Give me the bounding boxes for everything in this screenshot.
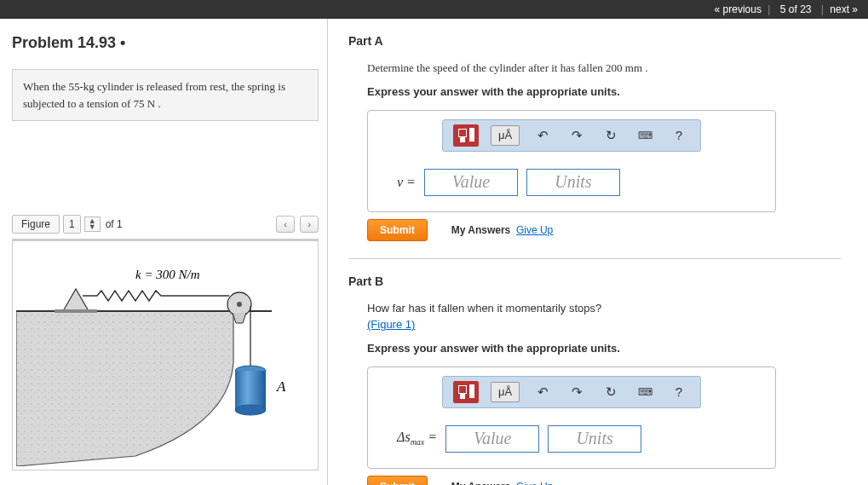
problem-statement: When the 55-kg cylinder is released from…	[12, 69, 319, 121]
next-link[interactable]: next »	[830, 3, 858, 15]
part-b-question: How far has it fallen when it momentaril…	[367, 300, 859, 333]
part-b-answer-box: μÅ ↶ ↷ ↻ ⌨ ? Δsmax = Value Units	[367, 367, 776, 469]
keyboard-button[interactable]: ⌨	[634, 382, 656, 402]
part-a-answer-box: μÅ ↶ ↷ ↻ ⌨ ? v = Value Units	[367, 110, 776, 212]
top-nav: « previous | 5 of 23 | next »	[0, 0, 868, 19]
my-answers-link[interactable]: My Answers	[451, 224, 511, 236]
answer-toolbar: μÅ ↶ ↷ ↻ ⌨ ?	[442, 119, 701, 152]
part-a-submit-button[interactable]: Submit	[367, 219, 428, 241]
special-chars-button[interactable]: μÅ	[491, 125, 520, 146]
part-a-value-input[interactable]: Value	[424, 169, 518, 196]
svg-rect-4	[55, 309, 97, 313]
undo-button[interactable]: ↶	[532, 382, 554, 402]
special-chars-button[interactable]: μÅ	[491, 382, 520, 402]
my-answers-link[interactable]: My Answers	[451, 481, 511, 486]
figure-stepper[interactable]: ▲▼	[84, 217, 101, 232]
part-b-instruct: Express your answer with the appropriate…	[367, 342, 859, 355]
part-b-units-input[interactable]: Units	[548, 425, 641, 453]
svg-rect-9	[235, 371, 266, 410]
part-b-variable: Δsmax =	[397, 430, 437, 447]
templates-button[interactable]	[453, 124, 479, 147]
page-position: 5 of 23	[777, 3, 815, 15]
give-up-link[interactable]: Give Up	[516, 481, 553, 486]
keyboard-button[interactable]: ⌨	[634, 125, 656, 146]
prev-link[interactable]: « previous	[715, 3, 762, 15]
answer-toolbar-b: μÅ ↶ ↷ ↻ ⌨ ?	[442, 376, 701, 408]
help-button[interactable]: ?	[668, 125, 690, 146]
svg-point-6	[237, 302, 242, 307]
part-a-instruct: Express your answer with the appropriate…	[367, 85, 859, 98]
fig-prev-button[interactable]: ‹	[276, 216, 295, 233]
svg-point-10	[235, 405, 266, 415]
help-button[interactable]: ?	[668, 382, 690, 402]
part-b-submit-button[interactable]: Submit	[367, 476, 428, 486]
reset-button[interactable]: ↻	[600, 382, 622, 402]
redo-button[interactable]: ↷	[566, 382, 588, 402]
part-a-variable: v =	[397, 175, 416, 190]
part-a-title: Part A	[348, 34, 859, 48]
spring-constant-label: k = 300 N/m	[135, 268, 200, 281]
redo-button[interactable]: ↷	[566, 125, 588, 146]
part-b-title: Part B	[348, 274, 859, 288]
figure-panel: k = 300 N/m A	[12, 239, 319, 471]
figure-label: Figure	[12, 215, 60, 234]
figure-link[interactable]: (Figure 1)	[367, 318, 415, 331]
part-a-question: Determine the speed of the cylinder afte…	[367, 60, 859, 77]
give-up-link[interactable]: Give Up	[516, 224, 553, 236]
reset-button[interactable]: ↻	[600, 125, 622, 146]
point-a-label: A	[276, 378, 286, 395]
figure-number: 1	[63, 215, 81, 234]
undo-button[interactable]: ↶	[532, 125, 554, 146]
part-b-value-input[interactable]: Value	[445, 425, 539, 453]
part-a-units-input[interactable]: Units	[526, 169, 620, 196]
templates-button[interactable]	[453, 381, 479, 403]
fig-next-button[interactable]: ›	[300, 216, 319, 233]
figure-of: of 1	[104, 218, 123, 230]
problem-title: Problem 14.93 •	[12, 34, 319, 52]
